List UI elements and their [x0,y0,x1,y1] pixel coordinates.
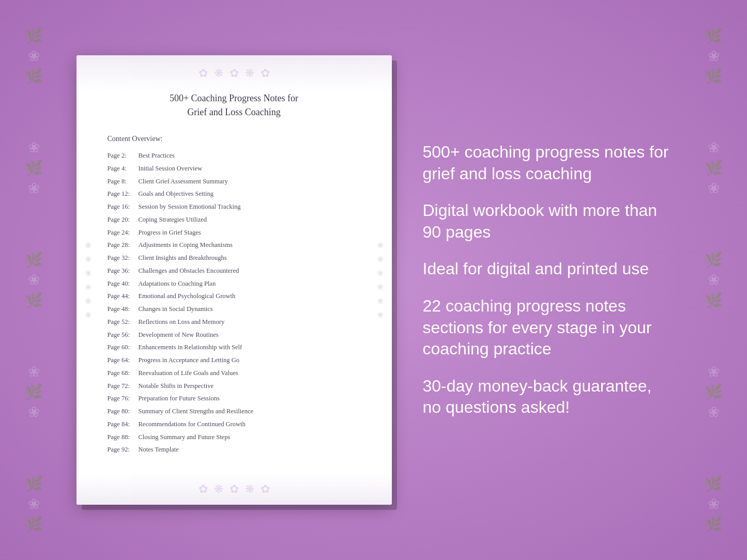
deco-flower: ❀ [377,240,384,250]
toc-page-number: Page 64: [108,355,139,365]
toc-page-number: Page 32: [108,253,139,263]
toc-page-number: Page 20: [108,215,139,225]
toc-item: Page 2:Best Practices [108,149,361,162]
toc-item: Page 64:Progress in Acceptance and Letti… [108,354,361,367]
toc-title: Reflections on Loss and Memory [139,318,225,325]
feature-text-3: 22 coaching progress notes sections for … [423,295,671,360]
toc-title: Adjustments in Coping Mechanisms [139,241,233,248]
deco-flower: ✿ [230,67,239,80]
toc-page-number: Page 84: [108,419,139,429]
deco-flower: ✿ [230,483,239,496]
toc-item: Page 48:Changes in Social Dynamics [108,303,361,316]
deco-flower: ✿ [261,483,270,496]
doc-side-decoration-right: ❀ ❀ ❀ ❀ ❀ ❀ [369,97,392,463]
toc-title: Reevaluation of Life Goals and Values [139,369,238,377]
toc-title: Development of New Routines [139,331,219,338]
document-wrapper: ✿ ❋ ✿ ❋ ✿ ❀ ❀ ❀ ❀ ❀ ❀ ❀ ❀ ❀ ❀ ❀ ❀ [77,55,392,505]
deco-flower: ❀ [377,282,384,292]
deco-flower: ❋ [245,67,254,80]
deco-flower: ❀ [85,296,92,306]
document-footer-decoration: ✿ ❋ ✿ ❋ ✿ [77,474,392,505]
deco-flower: ❀ [377,254,384,264]
toc-title: Changes in Social Dynamics [139,305,213,313]
toc-item: Page 36:Challenges and Obstacles Encount… [108,265,361,277]
toc-page-number: Page 76: [108,394,139,403]
document-header-decoration: ✿ ❋ ✿ ❋ ✿ [77,55,392,91]
toc-page-number: Page 40: [108,279,139,289]
deco-flower: ✿ [199,67,208,80]
toc-item: Page 16:Session by Session Emotional Tra… [108,200,361,213]
deco-flower: ❀ [377,296,384,306]
toc-title: Closing Summary and Future Steps [139,433,231,441]
deco-flower: ❋ [214,67,223,80]
document-heading: 500+ Coaching Progress Notes for Grief a… [108,91,361,119]
toc-title: Adaptations to Coaching Plan [139,280,216,287]
toc-title: Notable Shifts in Perspective [139,382,214,390]
deco-flower: ✿ [261,67,270,80]
toc-title: Client Insights and Breakthroughs [139,254,227,261]
table-of-contents: Page 2:Best PracticesPage 4:Initial Sess… [108,149,361,456]
feature-text-0: 500+ coaching progress notes for grief a… [423,142,671,184]
toc-item: Page 28:Adjustments in Coping Mechanisms [108,239,361,252]
feature-text-4: 30-day money-back guarantee, no question… [423,376,671,418]
toc-item: Page 56:Development of New Routines [108,329,361,341]
toc-page-number: Page 8: [108,177,139,186]
toc-page-number: Page 4: [108,164,139,174]
toc-page-number: Page 48: [108,304,139,314]
toc-title: Recommendations for Continued Growth [139,421,246,428]
toc-item: Page 84:Recommendations for Continued Gr… [108,418,361,431]
deco-flower: ✿ [199,483,208,496]
toc-item: Page 8:Client Grief Assessment Summary [108,175,361,188]
toc-item: Page 72:Notable Shifts in Perspective [108,380,361,393]
toc-page-number: Page 72: [108,381,139,391]
toc-item: Page 88:Closing Summary and Future Steps [108,431,361,444]
toc-page-number: Page 88: [108,432,139,442]
toc-page-number: Page 60: [108,343,139,352]
deco-flower: ❀ [377,268,384,278]
toc-item: Page 20:Coping Strategies Utilized [108,213,361,226]
document-preview: ✿ ❋ ✿ ❋ ✿ ❀ ❀ ❀ ❀ ❀ ❀ ❀ ❀ ❀ ❀ ❀ ❀ [77,55,392,505]
deco-flower: ❀ [85,310,92,320]
deco-flower: ❀ [85,254,92,264]
toc-item: Page 52:Reflections on Loss and Memory [108,316,361,329]
toc-title: Coping Strategies Utilized [139,216,207,223]
toc-item: Page 92:Notes Template [108,443,361,456]
toc-page-number: Page 80: [108,407,139,416]
toc-title: Progress in Acceptance and Letting Go [139,356,239,364]
toc-title: Initial Session Overview [139,165,203,172]
feature-text-2: Ideal for digital and printed use [423,258,671,280]
toc-item: Page 40:Adaptations to Coaching Plan [108,277,361,290]
toc-item: Page 60:Enhancements in Relationship wit… [108,341,361,354]
toc-item: Page 24:Progress in Grief Stages [108,226,361,239]
toc-item: Page 32:Client Insights and Breakthrough… [108,252,361,265]
toc-item: Page 76:Preparation for Future Sessions [108,392,361,405]
toc-page-number: Page 2: [108,151,139,161]
toc-page-number: Page 28: [108,240,139,250]
toc-page-number: Page 24: [108,228,139,238]
features-panel: 500+ coaching progress notes for grief a… [423,142,671,418]
toc-page-number: Page 68: [108,368,139,378]
toc-page-number: Page 44: [108,291,139,301]
toc-title: Client Grief Assessment Summary [139,178,228,185]
toc-title: Emotional and Psychological Growth [139,292,236,300]
main-layout: ✿ ❋ ✿ ❋ ✿ ❀ ❀ ❀ ❀ ❀ ❀ ❀ ❀ ❀ ❀ ❀ ❀ [0,0,747,560]
toc-title: Best Practices [139,152,175,159]
feature-text-1: Digital workbook with more than 90 pages [423,200,671,243]
toc-item: Page 44:Emotional and Psychological Grow… [108,290,361,303]
toc-title: Notes Template [139,446,179,453]
toc-title: Session by Session Emotional Tracking [139,203,241,210]
content-overview-label: Content Overview: [108,135,361,143]
toc-page-number: Page 36: [108,266,139,276]
toc-page-number: Page 92: [108,445,139,455]
toc-title: Preparation for Future Sessions [139,395,220,402]
toc-item: Page 68:Reevaluation of Life Goals and V… [108,367,361,380]
toc-title: Progress in Grief Stages [139,229,201,236]
toc-title: Summary of Client Strengths and Resilien… [139,408,254,415]
toc-item: Page 80:Summary of Client Strengths and … [108,405,361,418]
doc-side-decoration-left: ❀ ❀ ❀ ❀ ❀ ❀ [77,97,100,463]
toc-page-number: Page 16: [108,202,139,212]
toc-item: Page 12:Goals and Objectives Setting [108,188,361,200]
document-title: 500+ Coaching Progress Notes for Grief a… [108,91,361,119]
deco-flower: ❀ [85,268,92,278]
toc-page-number: Page 56: [108,330,139,340]
